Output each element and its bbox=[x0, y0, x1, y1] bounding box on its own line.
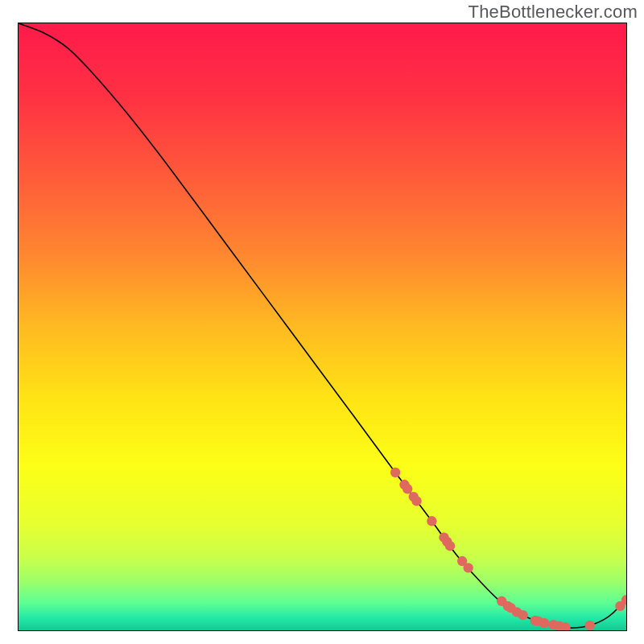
chart-svg bbox=[19, 23, 626, 630]
attribution-text: TheBottlenecker.com bbox=[469, 2, 638, 23]
data-marker bbox=[518, 610, 527, 620]
gradient-background bbox=[19, 23, 626, 630]
data-marker bbox=[427, 516, 436, 526]
data-marker bbox=[390, 468, 400, 477]
data-marker bbox=[402, 484, 412, 493]
plot-area bbox=[18, 23, 627, 631]
data-marker bbox=[411, 496, 421, 506]
data-marker bbox=[539, 618, 549, 628]
data-marker bbox=[445, 541, 455, 551]
chart-container: TheBottlenecker.com bbox=[0, 0, 644, 644]
data-marker bbox=[585, 621, 595, 630]
data-marker bbox=[464, 563, 473, 572]
